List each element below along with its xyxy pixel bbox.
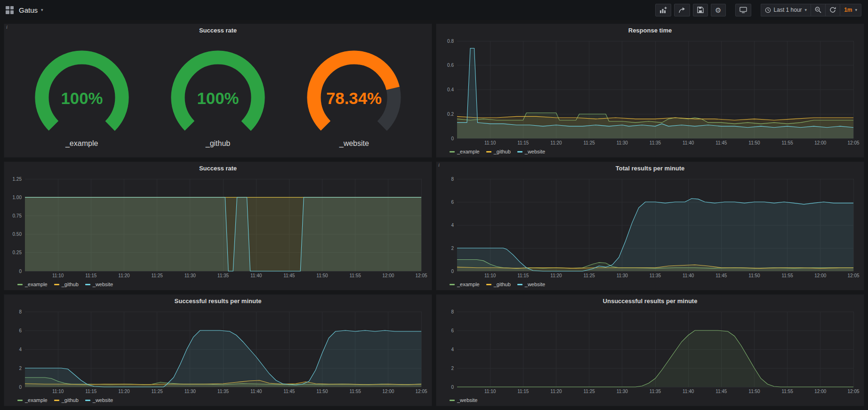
legend-swatch-icon xyxy=(517,284,522,285)
panel-title[interactable]: Total results per minute xyxy=(436,162,864,174)
legend-swatch-icon xyxy=(54,284,59,285)
chart-canvas[interactable]: 0246811:1011:1511:2011:2511:3011:3511:40… xyxy=(7,307,429,395)
x-tick-label: 11:50 xyxy=(748,140,760,145)
dashboard-title[interactable]: Gatus ▾ xyxy=(19,6,43,14)
navbar-right: ⚙ Last 1 hour ▾ xyxy=(655,4,861,16)
panel-title[interactable]: Success rate xyxy=(4,24,432,36)
legend-label: _github xyxy=(62,281,79,287)
time-picker-group: Last 1 hour ▾ 1m ▾ xyxy=(761,4,861,16)
unsuccessful-results-chart[interactable]: 0246811:1011:1511:2011:2511:3011:3511:40… xyxy=(439,307,861,395)
legend-item-_website[interactable]: _website xyxy=(517,149,545,154)
x-tick-label: 11:15 xyxy=(517,273,529,278)
x-tick-label: 11:50 xyxy=(748,273,760,278)
legend-item-_github[interactable]: _github xyxy=(486,281,511,287)
y-tick-label: 1.00 xyxy=(13,195,22,200)
x-tick-label: 11:20 xyxy=(118,273,130,278)
gear-icon: ⚙ xyxy=(715,7,721,14)
panel-title[interactable]: Successful results per minute xyxy=(4,295,432,307)
x-tick-label: 11:35 xyxy=(217,273,229,278)
refresh-interval-button[interactable]: 1m ▾ xyxy=(840,4,861,16)
success-rate-chart[interactable]: 00.250.500.751.001.2511:1011:1511:2011:2… xyxy=(7,174,429,280)
legend-swatch-icon xyxy=(517,151,522,153)
caret-down-icon: ▾ xyxy=(855,8,857,12)
x-tick-label: 11:10 xyxy=(52,273,64,278)
x-tick-label: 12:05 xyxy=(847,140,859,145)
x-tick-label: 11:30 xyxy=(617,140,628,145)
navbar-left: Gatus ▾ xyxy=(6,6,43,14)
gauge-_github: 100%_github xyxy=(163,43,273,148)
panel-info-icon[interactable]: i xyxy=(438,162,440,168)
chart-legend: _website xyxy=(439,395,861,405)
x-tick-label: 11:40 xyxy=(683,140,694,145)
legend-swatch-icon xyxy=(450,400,455,401)
legend-swatch-icon xyxy=(450,151,455,153)
gauge-label: _example xyxy=(65,139,98,148)
save-button[interactable] xyxy=(693,4,708,16)
settings-button[interactable]: ⚙ xyxy=(711,4,725,16)
chart-canvas[interactable]: 00.250.500.751.001.2511:1011:1511:2011:2… xyxy=(7,174,429,280)
y-tick-label: 0 xyxy=(19,385,22,390)
response-time-chart[interactable]: 00.20.40.60.811:1011:1511:2011:2511:3011… xyxy=(439,36,861,147)
x-tick-label: 11:10 xyxy=(52,389,64,394)
x-tick-label: 11:50 xyxy=(316,389,328,394)
x-tick-label: 11:25 xyxy=(152,273,163,278)
tv-mode-button[interactable] xyxy=(735,4,751,16)
share-button[interactable] xyxy=(674,4,690,16)
x-tick-label: 12:00 xyxy=(382,273,394,278)
legend-label: _example xyxy=(457,281,480,287)
navbar: Gatus ▾ ⚙ xyxy=(0,0,868,20)
legend-item-_website[interactable]: _website xyxy=(450,397,477,403)
panel-title[interactable]: Response time xyxy=(436,24,864,36)
legend-item-_github[interactable]: _github xyxy=(486,149,511,154)
successful-results-chart[interactable]: 0246811:1011:1511:2011:2511:3011:3511:40… xyxy=(7,307,429,395)
legend-item-_website[interactable]: _website xyxy=(517,281,545,287)
legend-item-_example[interactable]: _example xyxy=(450,281,480,287)
panel-title[interactable]: Unsuccessful results per minute xyxy=(436,295,864,307)
add-panel-icon xyxy=(659,7,667,14)
legend-swatch-icon xyxy=(85,400,90,401)
gauge-label: _github xyxy=(206,139,231,148)
panel-title[interactable]: Success rate xyxy=(4,162,432,174)
chart-canvas[interactable]: 0246811:1011:1511:2011:2511:3011:3511:40… xyxy=(439,307,861,395)
zoom-out-button[interactable] xyxy=(811,4,825,16)
x-tick-label: 12:00 xyxy=(814,140,826,145)
refresh-button[interactable] xyxy=(825,4,840,16)
series-fill xyxy=(25,330,421,387)
y-tick-label: 0 xyxy=(19,269,22,274)
x-tick-label: 11:55 xyxy=(782,389,794,394)
chart-canvas[interactable]: 0246811:1011:1511:2011:2511:3011:3511:40… xyxy=(439,174,861,280)
total-results-chart[interactable]: 0246811:1011:1511:2011:2511:3011:3511:40… xyxy=(439,174,861,280)
x-tick-label: 11:10 xyxy=(484,273,496,278)
x-tick-label: 11:45 xyxy=(715,140,727,145)
legend-item-_example[interactable]: _example xyxy=(450,149,480,154)
x-tick-label: 11:35 xyxy=(650,140,661,145)
time-range-button[interactable]: Last 1 hour ▾ xyxy=(761,4,811,16)
legend-item-_github[interactable]: _github xyxy=(54,397,79,403)
x-tick-label: 11:20 xyxy=(118,389,130,394)
x-tick-label: 11:45 xyxy=(283,273,295,278)
y-tick-label: 8 xyxy=(451,309,454,314)
time-range-label: Last 1 hour xyxy=(774,7,802,13)
gauge-label: _website xyxy=(339,139,369,148)
legend-label: _github xyxy=(62,397,79,403)
legend-label: _example xyxy=(25,281,48,287)
legend-label: _website xyxy=(93,281,113,287)
x-tick-label: 11:25 xyxy=(584,389,595,394)
legend-item-_website[interactable]: _website xyxy=(85,397,113,403)
legend-item-_github[interactable]: _github xyxy=(54,281,79,287)
x-tick-label: 11:35 xyxy=(650,389,661,394)
gauge-value: 100% xyxy=(61,89,103,107)
y-tick-label: 2 xyxy=(19,366,22,371)
legend-item-_example[interactable]: _example xyxy=(17,397,48,403)
y-tick-label: 2 xyxy=(451,246,454,251)
y-tick-label: 0.2 xyxy=(447,112,454,117)
chart-canvas[interactable]: 00.20.40.60.811:1011:1511:2011:2511:3011… xyxy=(439,36,861,147)
legend-item-_example[interactable]: _example xyxy=(17,281,48,287)
legend-item-_website[interactable]: _website xyxy=(85,281,113,287)
x-tick-label: 11:45 xyxy=(283,389,295,394)
panel-info-icon[interactable]: i xyxy=(6,24,8,30)
dashboard-grid-icon[interactable] xyxy=(6,6,14,14)
panel-body: 00.20.40.60.811:1011:1511:2011:2511:3011… xyxy=(436,36,864,157)
panel-body: 0246811:1011:1511:2011:2511:3011:3511:40… xyxy=(4,307,432,406)
add-panel-button[interactable] xyxy=(655,4,671,16)
